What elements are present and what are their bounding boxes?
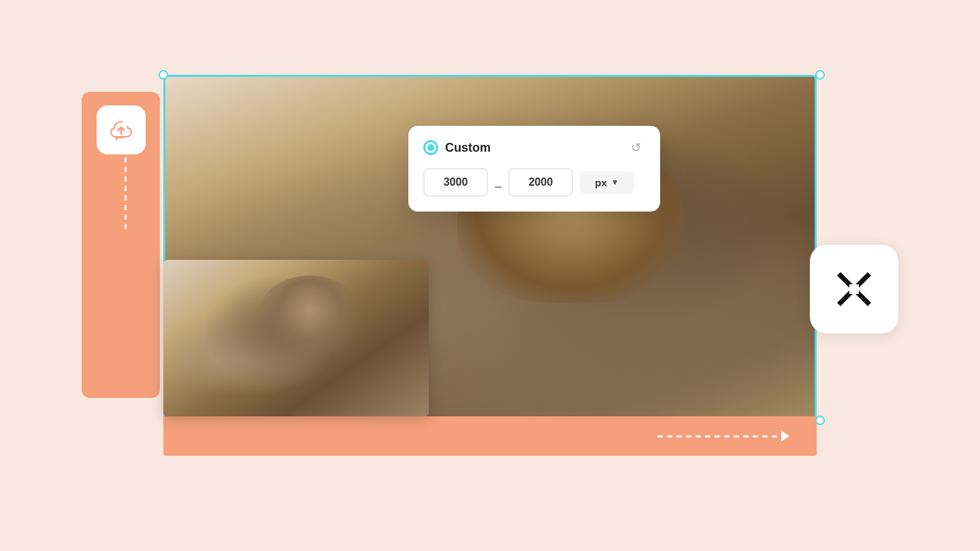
dash-h (743, 435, 749, 437)
panel-title-row: Custom (423, 140, 491, 155)
dash (125, 138, 127, 144)
corner-dot-tr (815, 70, 825, 80)
dash-h (657, 435, 663, 437)
dash-h (686, 435, 691, 437)
dash-h (676, 435, 682, 437)
custom-size-panel: Custom ↺ ⎯ px ▼ (408, 126, 660, 212)
dash-h (696, 435, 701, 437)
dash (125, 148, 127, 153)
dashed-line-vertical (125, 129, 127, 229)
capcut-logo (810, 245, 898, 333)
dash (125, 205, 127, 210)
dash-h (772, 435, 777, 437)
dash (125, 129, 127, 134)
width-input[interactable] (423, 168, 488, 197)
dash (125, 157, 127, 163)
corner-dot-br (815, 416, 825, 425)
dash-h (724, 435, 730, 437)
dash-h (715, 435, 720, 437)
dashed-arrow-up (120, 119, 130, 229)
corner-dot-tl (159, 70, 168, 80)
main-container: Custom ↺ ⎯ px ▼ (82, 54, 898, 497)
dash-h (734, 435, 739, 437)
radio-inner (427, 144, 434, 151)
cat-small-face (257, 276, 363, 362)
link-icon: ⎯ (495, 176, 502, 188)
cat-small (163, 260, 429, 416)
radio-selected-icon[interactable] (423, 140, 438, 155)
height-input[interactable] (508, 168, 573, 197)
unit-text: px (595, 177, 607, 188)
dash (125, 214, 127, 220)
svg-rect-1 (849, 284, 859, 294)
capcut-icon (827, 262, 881, 316)
arrow-right-head (781, 431, 789, 441)
dash (125, 195, 127, 201)
dash (125, 186, 127, 191)
panel-header: Custom ↺ (423, 138, 645, 157)
dash-h (753, 435, 758, 437)
dash (125, 176, 127, 182)
dash-h (705, 435, 710, 437)
chevron-down-icon: ▼ (611, 178, 619, 187)
panel-title: Custom (445, 141, 491, 155)
dash-h (762, 435, 768, 437)
unit-selector[interactable]: px ▼ (580, 171, 634, 194)
arrow-up-head (120, 119, 130, 126)
thumbnail-image (163, 260, 429, 416)
panel-inputs: ⎯ px ▼ (423, 168, 645, 197)
dash (125, 224, 127, 229)
dash (125, 167, 127, 172)
dash-h (667, 435, 672, 437)
reset-button[interactable]: ↺ (626, 138, 645, 157)
dashed-arrow-right (657, 431, 789, 441)
orange-bottom-bar (163, 416, 817, 456)
